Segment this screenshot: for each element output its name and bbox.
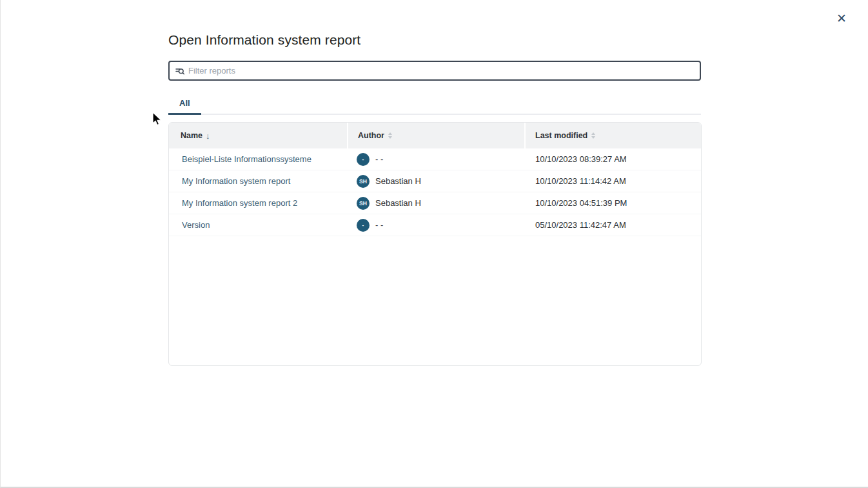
column-header-author[interactable]: Author [348, 123, 524, 148]
author-name: Sebastian H [375, 176, 421, 186]
tab-bar: All [168, 94, 701, 115]
last-modified-value: 10/10/2023 04:51:39 PM [535, 198, 627, 208]
tab-all[interactable]: All [168, 94, 201, 114]
close-icon[interactable]: ✕ [833, 9, 851, 27]
filter-reports-box[interactable] [168, 61, 701, 81]
sort-toggle-icon [388, 132, 392, 139]
author-name: - - [375, 220, 383, 230]
reports-table: Name ↓ Author Last modified Beispiel-Lis… [168, 122, 702, 366]
sort-descending-icon: ↓ [206, 132, 210, 140]
mouse-cursor-icon [152, 112, 163, 130]
filter-reports-input[interactable] [188, 66, 695, 76]
sort-toggle-icon [591, 132, 595, 139]
modal-open-report: { "dialog": { "title": "Open Information… [0, 0, 868, 488]
avatar: - [357, 153, 370, 166]
avatar: - [357, 219, 370, 232]
author-name: - - [375, 154, 383, 164]
report-name-link[interactable]: Beispiel-Liste Informationssysteme [182, 154, 311, 164]
last-modified-value: 05/10/2023 11:42:47 AM [535, 220, 626, 230]
author-name: Sebastian H [375, 198, 421, 208]
open-report-dialog: Open Information system report All Name … [168, 0, 702, 366]
filter-search-icon [175, 66, 185, 76]
table-row[interactable]: My Information system report SH Sebastia… [169, 170, 701, 192]
table-row[interactable]: My Information system report 2 SH Sebast… [169, 192, 701, 214]
report-name-link[interactable]: My Information system report [182, 176, 290, 186]
avatar: SH [357, 197, 370, 210]
dialog-title: Open Information system report [168, 32, 702, 48]
column-header-last-modified[interactable]: Last modified [526, 123, 701, 148]
report-name-link[interactable]: My Information system report 2 [182, 198, 297, 208]
column-header-name[interactable]: Name ↓ [169, 123, 347, 148]
table-row[interactable]: Beispiel-Liste Informationssysteme - - -… [169, 148, 701, 170]
table-header-row: Name ↓ Author Last modified [169, 123, 701, 148]
last-modified-value: 10/10/2023 11:14:42 AM [535, 176, 626, 186]
last-modified-value: 10/10/2023 08:39:27 AM [535, 154, 627, 164]
avatar: SH [357, 175, 370, 188]
report-name-link[interactable]: Version [182, 220, 210, 230]
table-row[interactable]: Version - - - 05/10/2023 11:42:47 AM [169, 214, 701, 236]
